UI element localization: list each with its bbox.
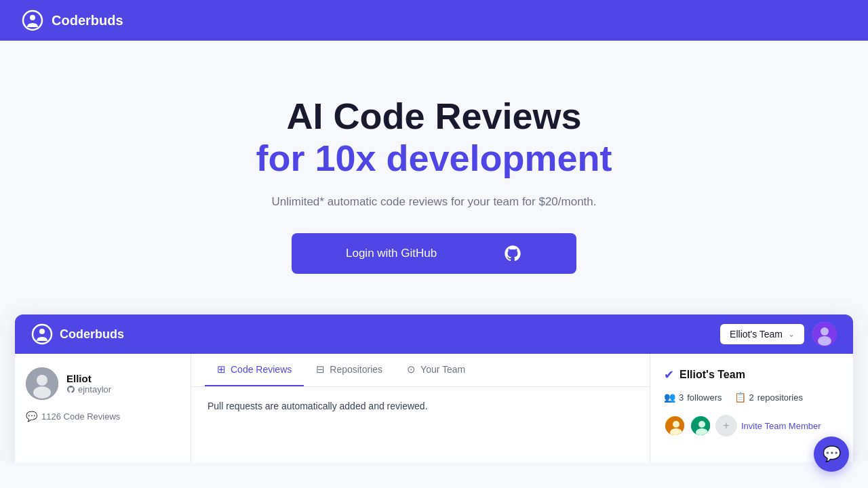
content-description: Pull requests are automatically added an… (208, 401, 633, 411)
hero-section: AI Code Reviews for 10x development Unli… (0, 41, 868, 314)
svg-point-14 (698, 421, 705, 428)
repos-meta: 📋 2 repositories (734, 392, 803, 403)
svg-point-3 (39, 329, 45, 334)
sidebar-avatar (26, 367, 58, 400)
sidebar-code-reviews-count: 1126 Code Reviews (41, 411, 120, 422)
followers-label: followers (687, 392, 722, 403)
repositories-tab-icon: ⊟ (316, 363, 325, 375)
member2-img (691, 416, 711, 436)
followers-icon: 👥 (664, 392, 675, 403)
your-team-tab-icon: ⊙ (407, 363, 416, 375)
svg-point-6 (818, 336, 831, 346)
hero-subtitle: Unlimited* automatic code reviews for yo… (271, 195, 596, 209)
member1-img (665, 416, 686, 436)
svg-point-1 (30, 15, 35, 20)
login-button-label: Login with GitHub (346, 247, 437, 260)
preview-sidebar: Elliot ejntaylor 💬 1126 Code Reviews (15, 354, 191, 462)
code-reviews-tab-icon: ⊞ (217, 363, 226, 375)
team-name-row: ✔ Elliot's Team (664, 367, 840, 382)
tab-repositories-label: Repositories (330, 364, 382, 375)
top-navigation: Coderbuds (0, 0, 868, 41)
user-avatar[interactable] (812, 322, 837, 346)
repos-label: repositories (757, 392, 803, 403)
brand-name: Coderbuds (52, 13, 123, 28)
logo-icon (22, 9, 43, 31)
preview-navigation: Coderbuds Elliot's Team ⌄ (15, 314, 853, 354)
top-nav-brand: Coderbuds (22, 9, 123, 31)
sidebar-github-handle: ejntaylor (78, 384, 111, 394)
preview-body: Elliot ejntaylor 💬 1126 Code Reviews (15, 354, 853, 462)
github-handle-icon (66, 385, 75, 394)
sidebar-avatar-img (26, 367, 58, 400)
tab-code-reviews[interactable]: ⊞ Code Reviews (205, 354, 304, 386)
sidebar-username: Elliot (66, 373, 111, 384)
tab-code-reviews-label: Code Reviews (231, 364, 292, 375)
invite-team-member-label[interactable]: Invite Team Member (741, 421, 821, 431)
preview-tabs: ⊞ Code Reviews ⊟ Repositories ⊙ Your Tea… (191, 354, 650, 387)
tab-your-team[interactable]: ⊙ Your Team (395, 354, 477, 386)
github-login-button[interactable]: Login with GitHub (292, 233, 576, 274)
chevron-down-icon: ⌄ (788, 329, 795, 339)
tab-repositories[interactable]: ⊟ Repositories (304, 354, 395, 386)
sidebar-stats: 💬 1126 Code Reviews (26, 411, 180, 422)
preview-brand: Coderbuds (31, 323, 124, 345)
followers-meta: 👥 3 followers (664, 392, 722, 403)
member-avatar-1 (664, 415, 686, 436)
followers-count: 3 (679, 392, 684, 403)
hero-title-line1: AI Code Reviews (286, 95, 581, 137)
preview-nav-right: Elliot's Team ⌄ (720, 322, 837, 346)
team-members-row: + Invite Team Member (664, 415, 840, 436)
svg-point-11 (673, 421, 679, 428)
preview-logo-icon (31, 323, 53, 345)
svg-point-15 (696, 428, 708, 436)
hero-title-line2: for 10x development (256, 137, 612, 179)
sidebar-user: Elliot ejntaylor (26, 367, 180, 400)
team-verified-icon: ✔ (664, 367, 674, 382)
chat-bubble-icon: 💬 (823, 445, 841, 462)
repos-icon: 📋 (734, 392, 746, 403)
svg-point-9 (33, 386, 51, 399)
svg-point-8 (37, 375, 47, 386)
preview-window: Coderbuds Elliot's Team ⌄ (15, 314, 853, 462)
add-member-button[interactable]: + (715, 415, 737, 436)
avatar-placeholder (812, 322, 837, 346)
svg-point-5 (821, 327, 829, 336)
svg-point-12 (670, 428, 682, 436)
repos-count: 2 (749, 392, 754, 403)
team-selector-label: Elliot's Team (730, 329, 783, 340)
team-name: Elliot's Team (679, 369, 745, 381)
sidebar-user-info: Elliot ejntaylor (66, 373, 111, 394)
sidebar-handle: ejntaylor (66, 384, 111, 394)
team-meta-row: 👥 3 followers 📋 2 repositories (664, 392, 840, 403)
chat-icon: 💬 (26, 411, 37, 422)
preview-content: Pull requests are automatically added an… (191, 387, 650, 425)
preview-main: ⊞ Code Reviews ⊟ Repositories ⊙ Your Tea… (191, 354, 650, 462)
tab-your-team-label: Your Team (420, 364, 465, 375)
team-selector-button[interactable]: Elliot's Team ⌄ (720, 324, 804, 344)
github-icon (503, 244, 522, 263)
preview-brand-name: Coderbuds (60, 327, 124, 342)
member-avatar-2 (690, 415, 711, 436)
